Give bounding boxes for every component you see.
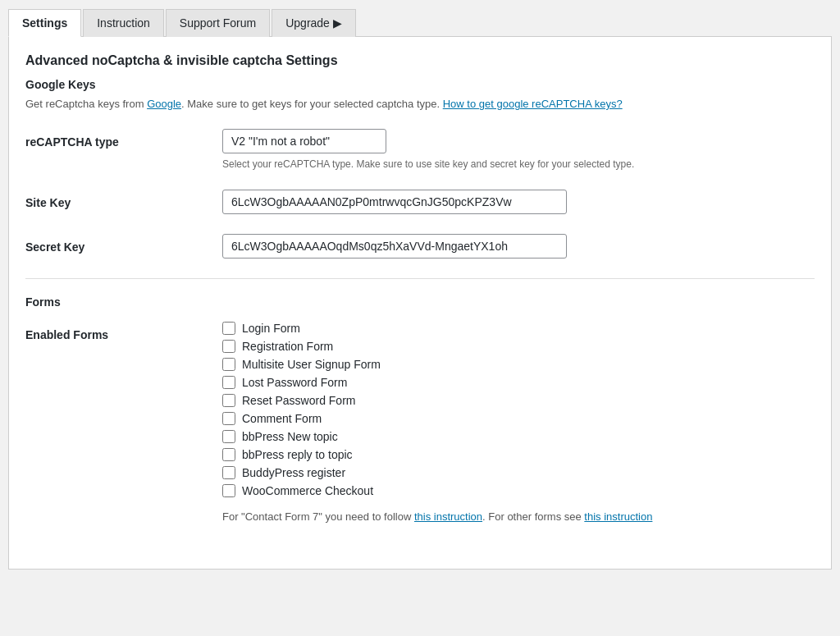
- recaptcha-type-row: reCAPTCHA type V2 "I'm not a robot" V2 I…: [25, 129, 815, 170]
- reset-password-label[interactable]: Reset Password Form: [242, 394, 355, 407]
- page-title: Advanced noCaptcha & invisible captcha S…: [25, 53, 815, 68]
- checkbox-login-form: Login Form: [222, 322, 815, 335]
- lost-password-label[interactable]: Lost Password Form: [242, 376, 347, 389]
- tab-instruction[interactable]: Instruction: [83, 9, 164, 37]
- recaptcha-type-select-wrapper: V2 "I'm not a robot" V2 Invisible V3: [222, 129, 386, 153]
- checkbox-bbpress-reply: bbPress reply to topic: [222, 448, 815, 461]
- tabs-bar: Settings Instruction Support Forum Upgra…: [8, 8, 832, 37]
- page-wrapper: Settings Instruction Support Forum Upgra…: [0, 0, 840, 636]
- login-form-checkbox[interactable]: [222, 322, 235, 335]
- registration-form-checkbox[interactable]: [222, 340, 235, 353]
- enabled-forms-control: Login Form Registration Form Multisite U…: [222, 322, 815, 525]
- lost-password-checkbox[interactable]: [222, 376, 235, 389]
- footer-note-prefix: For "Contact Form 7" you need to follow: [222, 510, 414, 523]
- multisite-signup-checkbox[interactable]: [222, 358, 235, 371]
- checkbox-registration-form: Registration Form: [222, 340, 815, 353]
- settings-content: Advanced noCaptcha & invisible captcha S…: [8, 37, 832, 570]
- google-link[interactable]: Google: [147, 98, 181, 110]
- reset-password-checkbox[interactable]: [222, 394, 235, 407]
- checkbox-multisite-signup: Multisite User Signup Form: [222, 358, 815, 371]
- site-key-label: Site Key: [25, 190, 222, 209]
- recaptcha-type-label: reCAPTCHA type: [25, 129, 222, 149]
- google-keys-heading: Google Keys: [25, 78, 815, 91]
- woocommerce-checkout-label[interactable]: WooCommerce Checkout: [242, 484, 373, 497]
- google-keys-middle: . Make sure to get keys for your selecte…: [181, 98, 443, 110]
- recaptcha-type-control: V2 "I'm not a robot" V2 Invisible V3 Sel…: [222, 129, 815, 170]
- recaptcha-type-hint: Select your reCAPTCHA type. Make sure to…: [222, 158, 815, 170]
- checkbox-list: Login Form Registration Form Multisite U…: [222, 322, 815, 497]
- woocommerce-checkout-checkbox[interactable]: [222, 484, 235, 497]
- footer-note-middle: . For other forms see: [482, 510, 584, 523]
- secret-key-control: [222, 234, 815, 259]
- checkbox-woocommerce-checkout: WooCommerce Checkout: [222, 484, 815, 497]
- enabled-forms-row: Enabled Forms Login Form Registration Fo…: [25, 322, 815, 525]
- checkbox-bbpress-new-topic: bbPress New topic: [222, 430, 815, 443]
- buddypress-register-checkbox[interactable]: [222, 466, 235, 479]
- how-to-link[interactable]: How to get google reCAPTCHA keys?: [443, 98, 623, 110]
- checkbox-buddypress-register: BuddyPress register: [222, 466, 815, 479]
- secret-key-row: Secret Key: [25, 234, 815, 259]
- recaptcha-type-select[interactable]: V2 "I'm not a robot" V2 Invisible V3: [222, 129, 386, 153]
- bbpress-new-topic-checkbox[interactable]: [222, 430, 235, 443]
- comment-form-checkbox[interactable]: [222, 412, 235, 425]
- bbpress-reply-checkbox[interactable]: [222, 448, 235, 461]
- site-key-control: [222, 190, 815, 214]
- google-keys-prefix: Get reCaptcha keys from: [25, 98, 147, 110]
- enabled-forms-label: Enabled Forms: [25, 322, 222, 341]
- footer-note: For "Contact Form 7" you need to follow …: [222, 509, 815, 525]
- tab-settings[interactable]: Settings: [8, 9, 81, 37]
- bbpress-reply-label[interactable]: bbPress reply to topic: [242, 448, 353, 461]
- checkbox-comment-form: Comment Form: [222, 412, 815, 425]
- secret-key-label: Secret Key: [25, 234, 222, 254]
- section-divider: [25, 278, 815, 279]
- bbpress-new-topic-label[interactable]: bbPress New topic: [242, 430, 338, 443]
- comment-form-label[interactable]: Comment Form: [242, 412, 322, 425]
- tab-support-forum[interactable]: Support Forum: [166, 9, 270, 37]
- this-instruction-link-2[interactable]: this instruction: [584, 510, 652, 523]
- site-key-input[interactable]: [222, 190, 567, 214]
- checkbox-lost-password: Lost Password Form: [222, 376, 815, 389]
- buddypress-register-label[interactable]: BuddyPress register: [242, 466, 345, 479]
- google-keys-info: Get reCaptcha keys from Google. Make sur…: [25, 96, 815, 112]
- tab-upgrade[interactable]: Upgrade ▶: [272, 9, 356, 37]
- site-key-row: Site Key: [25, 190, 815, 214]
- forms-section-heading: Forms: [25, 292, 815, 309]
- login-form-label[interactable]: Login Form: [242, 322, 300, 335]
- registration-form-label[interactable]: Registration Form: [242, 340, 333, 353]
- secret-key-input[interactable]: [222, 234, 567, 259]
- this-instruction-link-1[interactable]: this instruction: [414, 510, 482, 523]
- multisite-signup-label[interactable]: Multisite User Signup Form: [242, 358, 381, 371]
- checkbox-reset-password: Reset Password Form: [222, 394, 815, 407]
